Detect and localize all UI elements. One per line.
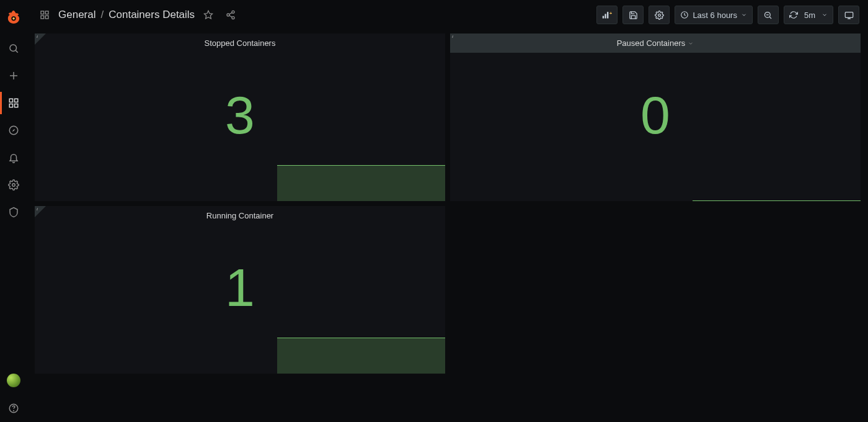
- breadcrumb-dashboard[interactable]: Containers Details: [108, 9, 195, 21]
- nav-explore[interactable]: [0, 117, 27, 144]
- refresh-button[interactable]: 5m: [784, 6, 833, 24]
- timerange-picker[interactable]: Last 6 hours: [675, 6, 753, 24]
- breadcrumb-folder[interactable]: General: [58, 9, 95, 21]
- zoom-out-button[interactable]: [758, 6, 779, 24]
- svg-point-14: [14, 410, 14, 411]
- topbar: General / Containers Details + Last 6 ho…: [27, 0, 868, 30]
- svg-point-22: [232, 17, 234, 19]
- svg-rect-18: [45, 16, 48, 19]
- svg-line-24: [229, 16, 232, 17]
- svg-rect-27: [607, 12, 608, 18]
- svg-text:+: +: [609, 11, 612, 16]
- svg-point-29: [658, 14, 661, 16]
- panel-title[interactable]: Paused Containers: [450, 34, 861, 53]
- nav-config[interactable]: [0, 171, 27, 199]
- add-panel-button[interactable]: +: [596, 6, 618, 24]
- panel-info-icon[interactable]: i: [450, 34, 461, 45]
- panel-value: 1: [225, 257, 255, 318]
- sparkline: [35, 336, 445, 374]
- nav-help[interactable]: [0, 395, 27, 422]
- panel-info-icon[interactable]: i: [35, 206, 46, 217]
- svg-rect-17: [41, 16, 44, 19]
- panel-paused-containers[interactable]: i Paused Containers 0: [450, 34, 861, 201]
- breadcrumb-sep: /: [100, 9, 104, 21]
- save-button[interactable]: [622, 6, 644, 24]
- panel-title[interactable]: Running Container: [35, 206, 445, 225]
- svg-rect-9: [15, 104, 18, 107]
- svg-rect-34: [845, 12, 853, 17]
- chevron-down-icon: [688, 40, 694, 47]
- svg-line-32: [770, 17, 772, 19]
- svg-rect-16: [45, 11, 48, 14]
- svg-point-12: [12, 184, 16, 187]
- refresh-interval: 5m: [804, 11, 815, 20]
- chevron-down-icon: [822, 12, 828, 18]
- empty-grid-cell: [450, 206, 861, 374]
- svg-point-2: [10, 45, 17, 52]
- user-avatar[interactable]: [7, 374, 20, 387]
- sparkline: [35, 164, 445, 201]
- sidebar: [0, 0, 27, 422]
- svg-point-21: [227, 14, 229, 16]
- panel-title[interactable]: Stopped Containers: [35, 34, 445, 53]
- panel-running-container[interactable]: i Running Container 1: [35, 206, 445, 374]
- breadcrumb[interactable]: General / Containers Details: [58, 9, 195, 21]
- panel-stopped-containers[interactable]: i Stopped Containers 3: [35, 34, 445, 201]
- nav-admin[interactable]: [0, 199, 27, 226]
- star-icon[interactable]: [200, 6, 217, 24]
- svg-rect-8: [9, 104, 12, 107]
- svg-line-23: [229, 12, 232, 14]
- nav-alerting[interactable]: [0, 144, 27, 171]
- svg-point-20: [232, 11, 234, 13]
- svg-rect-25: [603, 16, 604, 19]
- timerange-label: Last 6 hours: [693, 11, 737, 20]
- grafana-logo[interactable]: [5, 9, 22, 26]
- chevron-down-icon: [741, 12, 747, 18]
- svg-marker-11: [12, 129, 16, 132]
- sparkline: [450, 164, 861, 201]
- share-icon[interactable]: [222, 6, 239, 24]
- svg-rect-6: [9, 99, 12, 102]
- svg-line-3: [16, 50, 17, 52]
- nav-create[interactable]: [0, 62, 27, 89]
- svg-rect-7: [15, 99, 18, 102]
- dashboard-grid-icon[interactable]: [36, 6, 53, 24]
- settings-button[interactable]: [649, 6, 670, 24]
- kiosk-button[interactable]: [838, 6, 859, 24]
- nav-search[interactable]: [0, 35, 27, 62]
- nav-dashboards[interactable]: [0, 89, 27, 117]
- svg-rect-26: [605, 14, 606, 18]
- svg-marker-19: [204, 11, 212, 19]
- panel-value: 3: [225, 84, 255, 146]
- panel-value: 0: [640, 84, 670, 146]
- panel-info-icon[interactable]: i: [35, 34, 46, 45]
- svg-point-1: [12, 17, 15, 20]
- svg-rect-15: [41, 11, 44, 14]
